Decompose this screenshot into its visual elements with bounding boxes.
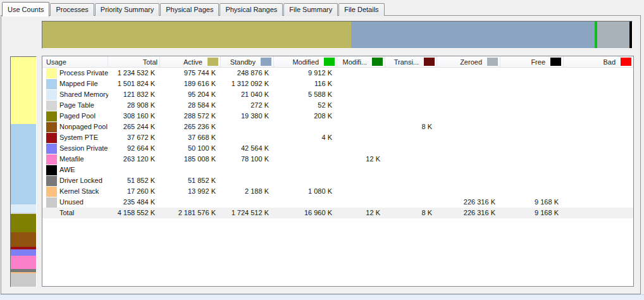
kernel-stack-color-swatch: [46, 187, 57, 197]
value-cell: [221, 165, 274, 175]
tab-physical-pages[interactable]: Physical Pages: [160, 3, 219, 16]
table-row-process-private[interactable]: Process Private1 234 532 K975 744 K248 8…: [42, 68, 633, 78]
value-cell: [221, 132, 274, 143]
standby-legend-swatch: [261, 58, 271, 66]
column-header-modifi[interactable]: Modifi...: [337, 56, 385, 67]
column-header-transi[interactable]: Transi...: [385, 56, 437, 67]
column-header-modified[interactable]: Modified: [274, 56, 337, 67]
value-cell: [385, 186, 437, 197]
value-cell: 1 080 K: [274, 186, 337, 197]
column-header-zeroed[interactable]: Zeroed: [437, 56, 500, 67]
usage-segment-paged-pool: [11, 214, 36, 232]
table-row-mapped-file[interactable]: Mapped File1 501 824 K189 616 K1 312 092…: [42, 78, 633, 89]
usage-cell: System PTE: [42, 132, 108, 143]
value-cell: [337, 78, 385, 89]
value-cell: [274, 197, 337, 208]
column-header-label: Transi...: [394, 58, 419, 66]
value-cell: [337, 89, 385, 100]
table-row-total[interactable]: Total4 158 552 K2 181 576 K1 724 512 K16…: [42, 208, 633, 218]
usage-label: Session Private: [59, 143, 108, 154]
value-cell: [160, 165, 221, 175]
column-header-usage[interactable]: Usage: [42, 56, 108, 67]
value-cell: 116 K: [274, 78, 337, 89]
column-header-total[interactable]: Total: [108, 56, 160, 67]
table-row-kernel-stack[interactable]: Kernel Stack17 260 K13 992 K2 188 K1 080…: [42, 186, 633, 197]
value-cell: 1 234 532 K: [108, 68, 160, 78]
column-header-label: Standby: [230, 58, 256, 66]
tab-physical-ranges[interactable]: Physical Ranges: [220, 3, 283, 16]
tab-strip: Use CountsProcessesPriority SummaryPhysi…: [2, 1, 385, 16]
usage-cell: Mapped File: [42, 78, 108, 89]
value-cell: [337, 100, 385, 111]
value-cell: [385, 154, 437, 165]
value-cell: 19 380 K: [221, 111, 274, 122]
column-header-label: Active: [183, 58, 202, 66]
usage-cell: Process Private: [42, 68, 108, 78]
value-cell: [337, 122, 385, 132]
value-cell: [337, 111, 385, 122]
table-row-page-table[interactable]: Page Table28 908 K28 584 K272 K52 K: [42, 100, 633, 111]
usage-label: Metafile: [59, 154, 84, 165]
value-cell: 185 008 K: [160, 154, 221, 165]
usage-cell: Total: [42, 208, 108, 218]
tab-use-counts[interactable]: Use Counts: [2, 2, 49, 16]
column-header-label: Modifi...: [342, 58, 367, 66]
value-cell: 78 100 K: [221, 154, 274, 165]
table-row-paged-pool[interactable]: Paged Pool308 160 K288 572 K19 380 K208 …: [42, 111, 633, 122]
metafile-color-swatch: [46, 154, 57, 165]
value-cell: 21 040 K: [221, 89, 274, 100]
shared-memory-color-swatch: [46, 90, 57, 100]
value-cell: 265 236 K: [160, 122, 221, 132]
table-row-system-pte[interactable]: System PTE37 672 K37 668 K4 K: [42, 132, 633, 143]
value-cell: [564, 100, 633, 111]
table-row-session-private[interactable]: Session Private92 664 K50 100 K42 564 K: [42, 143, 633, 154]
column-header-free[interactable]: Free: [500, 56, 564, 67]
usage-label: System PTE: [59, 132, 98, 143]
value-cell: 121 832 K: [108, 89, 160, 100]
value-cell: [564, 165, 633, 175]
value-cell: [564, 132, 633, 143]
column-header-standby[interactable]: Standby: [221, 56, 274, 67]
value-cell: 50 100 K: [160, 143, 221, 154]
table-row-awe[interactable]: AWE: [42, 165, 633, 175]
table-row-metafile[interactable]: Metafile263 120 K185 008 K78 100 K12 K: [42, 154, 633, 165]
tab-file-details[interactable]: File Details: [338, 3, 384, 16]
value-cell: 9 168 K: [500, 208, 564, 218]
value-cell: 9 912 K: [274, 68, 337, 78]
usage-cell: Page Table: [42, 100, 108, 111]
table-row-shared-memory[interactable]: Shared Memory121 832 K95 204 K21 040 K5 …: [42, 89, 633, 100]
value-cell: [500, 89, 564, 100]
usage-cell: Metafile: [42, 154, 108, 165]
driver-locked-color-swatch: [46, 176, 57, 186]
table-row-driver-locked[interactable]: Driver Locked51 852 K51 852 K: [42, 175, 633, 186]
value-cell: [274, 154, 337, 165]
usage-cell: Unused: [42, 197, 108, 208]
table-row-nonpaged-pool[interactable]: Nonpaged Pool265 244 K265 236 K8 K: [42, 122, 633, 132]
usage-label: Kernel Stack: [59, 186, 99, 197]
modified-legend-swatch: [324, 58, 335, 66]
table-row-unused[interactable]: Unused235 484 K226 316 K9 168 K: [42, 197, 633, 208]
tab-priority-summary[interactable]: Priority Summary: [95, 3, 159, 16]
tab-processes[interactable]: Processes: [50, 3, 94, 16]
value-cell: [500, 186, 564, 197]
nonpaged-pool-color-swatch: [46, 122, 57, 132]
process-private-color-swatch: [46, 68, 57, 78]
value-cell: [437, 165, 500, 175]
value-cell: 28 584 K: [160, 100, 221, 111]
value-cell: [564, 197, 633, 208]
tab-file-summary[interactable]: File Summary: [283, 3, 338, 16]
value-cell: [564, 208, 633, 218]
column-header-active[interactable]: Active: [160, 56, 221, 67]
value-cell: [437, 132, 500, 143]
zeroed-legend-swatch: [487, 58, 498, 66]
column-header-bad[interactable]: Bad: [564, 56, 633, 67]
value-cell: [500, 122, 564, 132]
value-cell: [500, 68, 564, 78]
value-cell: [437, 122, 500, 132]
value-cell: 12 K: [337, 154, 385, 165]
value-cell: 13 992 K: [160, 186, 221, 197]
value-cell: [564, 122, 633, 132]
value-cell: 9 168 K: [500, 197, 564, 208]
value-cell: [437, 89, 500, 100]
value-cell: [221, 175, 274, 186]
